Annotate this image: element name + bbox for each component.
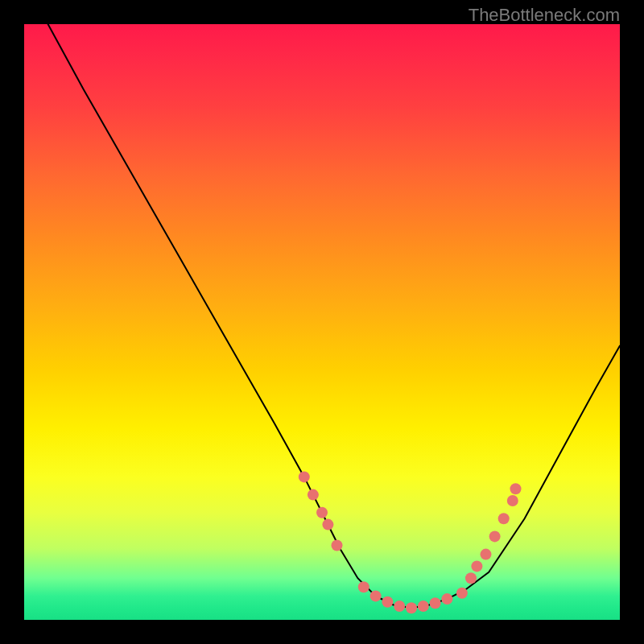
marker-dot [316,507,328,518]
chart-container: TheBottleneck.com [0,0,644,644]
marker-dot [471,560,482,572]
marker-dot [481,549,492,560]
marker-dot [441,593,452,605]
marker-dot [489,530,501,542]
marker-dot [382,597,393,608]
marker-dot [322,519,333,530]
marker-dot [406,602,417,613]
marker-dot [370,590,382,601]
marker-dot [430,597,441,609]
highlight-dots [299,471,522,613]
marker-dot [418,601,429,612]
marker-dot [456,588,468,599]
marker-dot [510,483,522,494]
marker-dot [498,513,510,524]
marker-dot [358,581,369,592]
plot-area [24,24,620,620]
bottleneck-curve [48,24,620,608]
marker-dot [394,601,405,612]
marker-dot [507,495,518,506]
marker-dot [299,471,310,482]
curve-path [48,24,620,608]
marker-dot [465,572,477,584]
marker-dot [332,540,343,551]
watermark-text: TheBottleneck.com [469,5,620,26]
marker-dot [308,489,319,501]
chart-svg [24,24,620,620]
